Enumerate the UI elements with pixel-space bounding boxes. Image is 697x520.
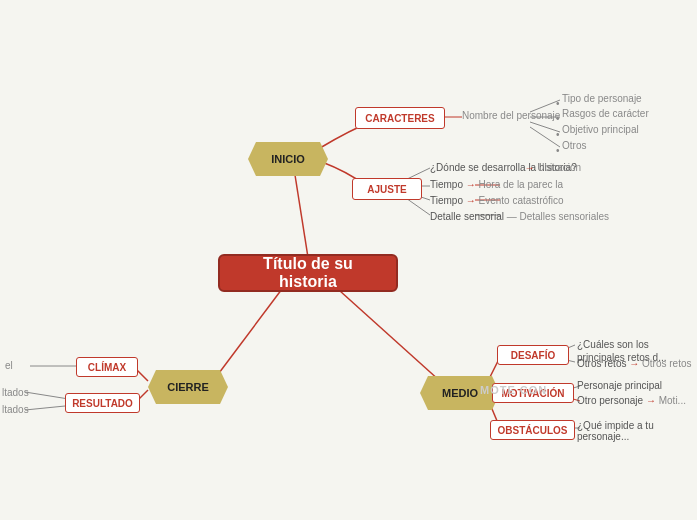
otro-personaje-label: Otro personaje → Moti... [577,395,686,406]
inicio-label: INICIO [271,153,305,165]
center-label: Título de su historia [236,255,380,291]
svg-line-22 [487,397,500,428]
dot4: • [556,145,560,156]
tiempo1-label: Tiempo → Hora de la parec la [430,179,563,190]
obstaculos-label: OBSTÁCULOS [498,425,568,436]
svg-line-8 [403,168,430,181]
rasgos-label: Rasgos de carácter [562,108,649,119]
obstaculos-node: OBSTÁCULOS [490,420,575,440]
svg-line-20 [487,357,500,383]
svg-line-23 [558,345,575,352]
objetivo-label: Objetivo principal [562,124,639,135]
resultado-node: RESULTADO [65,393,140,413]
ajuste-node: AJUSTE [352,178,422,200]
svg-line-15 [135,368,148,381]
climax-label: CLÍMAX [88,362,126,373]
otros-retos-label: Otros retos → Otros retos [577,358,692,369]
svg-line-16 [135,390,148,403]
svg-line-10 [403,191,430,200]
svg-line-0 [295,175,310,270]
svg-line-11 [403,196,430,215]
inicio-node: INICIO [248,142,328,176]
caracteres-label: CARACTERES [365,113,434,124]
ajuste-label: AJUSTE [367,184,406,195]
climax-el-label: el [5,360,13,371]
dot1: • [556,98,560,109]
ubicacion-label: Ubicación [537,162,581,173]
caracteres-node: CARACTERES [355,107,445,129]
dot3: • [556,129,560,140]
dot2: • [556,113,560,124]
personaje-principal-label: Personaje principal [577,380,662,391]
cierre-label: CIERRE [167,381,209,393]
medio-label: MEDIO [442,387,478,399]
resultado-label2: ltados [2,404,29,415]
svg-line-19 [25,405,75,410]
desafio-label: DESAFÍO [511,350,555,361]
otros-label: Otros [562,140,586,151]
que-impide-label: ¿Qué impide a tu personaje... [577,420,692,442]
detalle-label: Detalle sensorial — Detalles sensoriales [430,211,609,222]
svg-line-24 [558,358,575,362]
climax-node: CLÍMAX [76,357,138,377]
svg-line-1 [210,285,285,385]
svg-line-2 [330,282,450,390]
watermark: MOTE CON [480,384,547,396]
svg-line-18 [25,392,75,400]
nombre-personaje-label: Nombre del personaje [462,110,560,121]
resultado-label1: ltados [2,387,29,398]
center-node: Título de su historia [218,254,398,292]
tipo-personaje-label: Tipo de personaje [562,93,642,104]
cierre-node: CIERRE [148,370,228,404]
tiempo2-label: Tiempo → Evento catastrófico [430,195,564,206]
resultado-label: RESULTADO [72,398,133,409]
donde-arrow: → Ubicación [430,162,581,173]
desafio-node: DESAFÍO [497,345,569,365]
